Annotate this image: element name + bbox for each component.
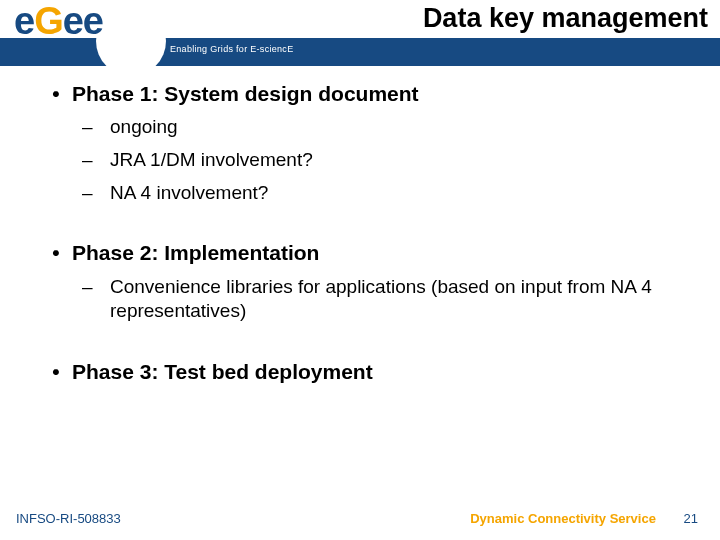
bullet-icon: • [40, 239, 72, 266]
phase1-item-text: JRA 1/DM involvement? [110, 148, 313, 173]
phase2-item-text: Convenience libraries for applications (… [110, 275, 690, 324]
bullet-icon: • [40, 358, 72, 385]
slide-footer: INFSO-RI-508833 Dynamic Connectivity Ser… [0, 511, 720, 526]
footer-left: INFSO-RI-508833 [16, 511, 121, 526]
logo-letter-e2: e [63, 0, 83, 42]
page-number: 21 [684, 511, 698, 526]
logo-letter-e3: e [83, 0, 103, 42]
logo-text: eGee [14, 0, 103, 43]
phase1-heading-text: Phase 1: System design document [72, 80, 419, 107]
phase2-heading: • Phase 2: Implementation [40, 239, 690, 266]
phase3-heading-text: Phase 3: Test bed deployment [72, 358, 373, 385]
phase1-item-text: ongoing [110, 115, 178, 140]
bullet-icon: • [40, 80, 72, 107]
dash-icon: – [82, 275, 110, 324]
logo-letter-g: G [34, 0, 63, 42]
slide-header: Data key management eGee Enabling Grids … [0, 0, 720, 66]
phase3-group: • Phase 3: Test bed deployment [40, 358, 690, 385]
phase3-heading: • Phase 3: Test bed deployment [40, 358, 690, 385]
logo-letter-e1: e [14, 0, 34, 42]
slide-content: • Phase 1: System design document – ongo… [40, 80, 690, 419]
phase1-item: – JRA 1/DM involvement? [82, 148, 690, 173]
phase2-group: • Phase 2: Implementation – Convenience … [40, 239, 690, 324]
dash-icon: – [82, 115, 110, 140]
phase1-heading: • Phase 1: System design document [40, 80, 690, 107]
egee-logo: eGee [8, 0, 168, 64]
phase2-heading-text: Phase 2: Implementation [72, 239, 319, 266]
phase1-item: – ongoing [82, 115, 690, 140]
dash-icon: – [82, 181, 110, 206]
logo-circle [96, 6, 166, 76]
phase2-item: – Convenience libraries for applications… [82, 275, 690, 324]
footer-right: Dynamic Connectivity Service [470, 511, 656, 526]
phase1-item: – NA 4 involvement? [82, 181, 690, 206]
footer-right-wrap: Dynamic Connectivity Service 21 [470, 511, 698, 526]
header-tagline: Enabling Grids for E-sciencE [170, 44, 293, 54]
phase1-item-text: NA 4 involvement? [110, 181, 268, 206]
dash-icon: – [82, 148, 110, 173]
slide-title: Data key management [423, 3, 708, 34]
phase1-group: • Phase 1: System design document – ongo… [40, 80, 690, 205]
